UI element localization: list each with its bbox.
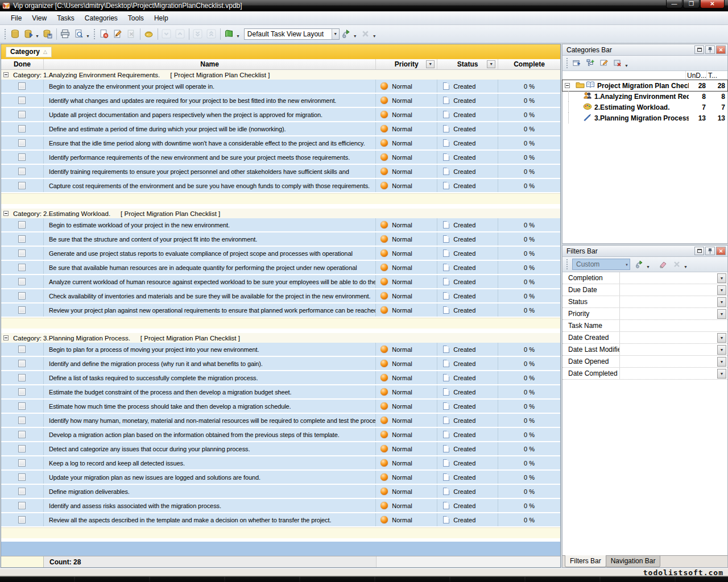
task-done-checkbox[interactable] — [18, 402, 26, 410]
task-row[interactable]: Keep a log to record and keep all detect… — [1, 456, 560, 471]
save-database-icon[interactable] — [41, 27, 55, 41]
task-done-checkbox[interactable] — [18, 360, 26, 367]
task-row[interactable]: Identify performance requirements of the… — [1, 151, 560, 165]
task-done-checkbox[interactable] — [18, 264, 26, 271]
task-done-checkbox[interactable] — [18, 278, 26, 285]
task-row[interactable]: Define and estimate a period of time dur… — [1, 122, 560, 136]
category-tree-item[interactable]: 1.Analyzing Environment Req88 — [562, 91, 727, 102]
task-row[interactable]: Be sure that available human resources a… — [1, 261, 560, 275]
category-group-header[interactable]: Category: 3.Planning Migration Process.[… — [1, 333, 560, 343]
task-done-checkbox[interactable] — [18, 82, 26, 90]
panel-restore-icon[interactable] — [694, 45, 704, 54]
tree-col-total[interactable]: T... — [706, 71, 727, 80]
category-group-header[interactable]: Category: 2.Estimating Workload.[ Projec… — [1, 209, 560, 218]
menu-tools[interactable]: Tools — [123, 12, 149, 24]
task-done-checkbox[interactable] — [18, 459, 26, 467]
task-done-checkbox[interactable] — [18, 139, 26, 147]
delete-task-icon[interactable] — [125, 27, 138, 41]
task-row[interactable]: Identify and assess risks associated wit… — [1, 499, 560, 513]
new-database-icon[interactable] — [8, 27, 22, 41]
new-subcategory-icon[interactable] — [584, 56, 597, 70]
edit-category-icon[interactable] — [597, 56, 611, 70]
filter-dropdown-icon[interactable]: ▼ — [717, 333, 726, 343]
filter-preset-combo[interactable]: Custom ▼ — [572, 259, 626, 270]
task-row[interactable]: Generate and use project status reports … — [1, 247, 560, 261]
priority-filter-icon[interactable]: ▼ — [426, 60, 435, 68]
print-icon[interactable] — [59, 27, 72, 41]
task-row[interactable]: Update all project documentation and pap… — [1, 108, 560, 122]
filter-dropdown-icon[interactable]: ▼ — [717, 369, 726, 379]
view-layout-dropdown-icon[interactable]: ▼ — [236, 34, 240, 38]
chevron-down-icon[interactable]: ▼ — [625, 259, 630, 270]
layout-combo[interactable]: Default Task View Layout ▼ — [244, 28, 340, 40]
filter-dropdown-icon[interactable]: ▼ — [717, 273, 726, 283]
apply-filter-dropdown-icon[interactable]: ▼ — [646, 265, 650, 269]
collapse-icon[interactable] — [3, 72, 9, 77]
task-row[interactable]: Review all the aspects described in the … — [1, 513, 560, 527]
menu-tasks[interactable]: Tasks — [52, 12, 80, 24]
move-to-top-icon[interactable] — [205, 27, 218, 41]
menu-help[interactable]: Help — [149, 12, 173, 24]
task-done-checkbox[interactable] — [18, 250, 26, 257]
menu-file[interactable]: File — [6, 12, 27, 24]
filter-value-cell[interactable] — [619, 272, 717, 284]
new-category-icon[interactable] — [570, 56, 584, 70]
new-task-icon[interactable] — [97, 27, 111, 41]
filter-value-cell[interactable] — [619, 368, 717, 379]
task-row[interactable]: Estimate the budget constraint of the pr… — [1, 385, 560, 400]
filter-value-cell[interactable] — [619, 332, 717, 343]
move-down-icon[interactable] — [160, 27, 173, 41]
filter-dropdown-icon[interactable]: ▼ — [717, 309, 726, 319]
task-done-checkbox[interactable] — [18, 292, 26, 300]
task-done-checkbox[interactable] — [18, 431, 26, 438]
task-done-checkbox[interactable] — [18, 502, 26, 509]
print-preview-icon[interactable] — [72, 27, 86, 41]
task-done-checkbox[interactable] — [18, 235, 26, 243]
category-group-header[interactable]: Category: 1.Analyzing Environment Requir… — [1, 70, 560, 80]
menu-categories[interactable]: Categories — [80, 12, 123, 24]
filter-dropdown-icon[interactable]: ▼ — [717, 345, 726, 355]
task-row[interactable]: Be sure that the structure and content o… — [1, 232, 560, 247]
category-tree-item[interactable]: 3.Planning Migration Process1313 — [562, 113, 727, 123]
task-row[interactable]: Detect and categorize any issues that oc… — [1, 442, 560, 456]
task-row[interactable]: Begin to plan for a process of moving yo… — [1, 343, 560, 357]
collapse-icon[interactable] — [3, 211, 9, 216]
panel-pin-icon[interactable] — [705, 247, 715, 255]
group-by-chip[interactable]: Category △ — [6, 47, 52, 57]
task-done-checkbox[interactable] — [18, 168, 26, 175]
task-row[interactable]: Ensure that the idle time period along w… — [1, 136, 560, 151]
clear-filter-icon[interactable] — [656, 257, 670, 271]
column-header-complete[interactable]: Complete — [498, 59, 560, 69]
task-row[interactable]: Analyze current workload of human resour… — [1, 275, 560, 289]
tree-col-undone[interactable]: UnD... — [685, 71, 706, 80]
collapse-icon[interactable] — [565, 83, 570, 88]
apply-layout-icon[interactable] — [340, 27, 353, 41]
task-row[interactable]: Define a list of tasks required to succe… — [1, 371, 560, 385]
filter-value-cell[interactable] — [619, 284, 717, 296]
task-row[interactable]: Review your project plan against new ope… — [1, 304, 560, 318]
edit-task-icon[interactable] — [111, 27, 125, 41]
task-row[interactable]: Begin to estimate workload of your proje… — [1, 218, 560, 232]
task-row[interactable]: Identify and define the migration proces… — [1, 357, 560, 371]
task-row[interactable]: Estimate how much time the process shoul… — [1, 400, 560, 414]
task-done-checkbox[interactable] — [18, 306, 26, 314]
task-done-checkbox[interactable] — [18, 125, 26, 132]
column-header-status[interactable]: Status▼ — [437, 59, 498, 69]
task-done-checkbox[interactable] — [18, 182, 26, 189]
task-done-checkbox[interactable] — [18, 153, 26, 161]
task-row[interactable]: Identify what changes and updates are re… — [1, 94, 560, 108]
apply-layout-dropdown-icon[interactable]: ▼ — [353, 34, 357, 38]
open-database-dropdown-icon[interactable]: ▼ — [35, 34, 39, 38]
view-layout-icon[interactable] — [222, 27, 236, 41]
restore-icon[interactable]: ❐ — [683, 0, 700, 9]
task-row[interactable]: Capture cost requirements of the environ… — [1, 179, 560, 193]
collapse-icon[interactable] — [3, 335, 9, 340]
task-row[interactable]: Define migration deliverables.NormalCrea… — [1, 485, 560, 499]
filters-toolbar-overflow-icon[interactable]: ▼ — [684, 265, 688, 269]
task-done-checkbox[interactable] — [18, 388, 26, 396]
categories-toolbar-overflow-icon[interactable]: ▼ — [624, 64, 628, 68]
column-header-priority[interactable]: Priority▼ — [376, 59, 437, 69]
filter-dropdown-icon[interactable]: ▼ — [717, 285, 726, 295]
task-row[interactable]: Identify how many human, monetary, mater… — [1, 414, 560, 428]
close-icon[interactable]: ✕ — [700, 0, 725, 9]
